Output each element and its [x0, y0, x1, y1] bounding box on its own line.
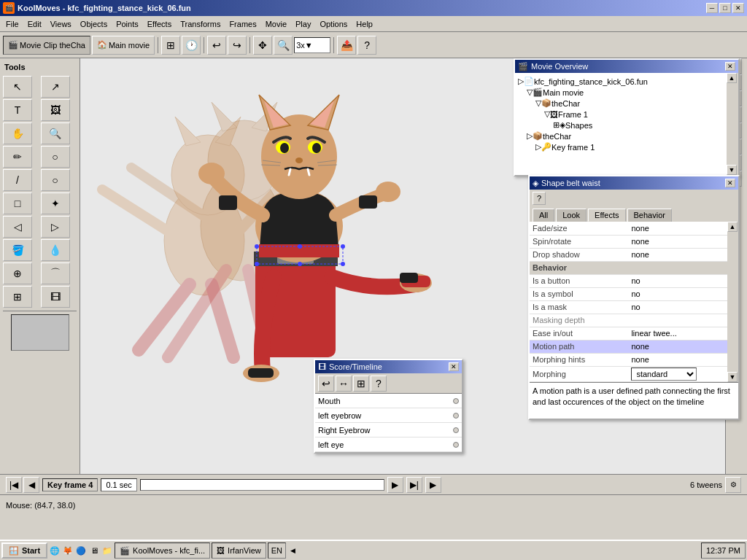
tree-item-mainmovie[interactable]: ▽ 🎬 Main movie: [518, 87, 724, 98]
scroll-down-arrow[interactable]: ▼: [727, 165, 737, 175]
shape-scroll-up[interactable]: ▲: [727, 222, 738, 232]
timeline-row-mouth[interactable]: Mouth: [315, 394, 462, 408]
zoom-combo[interactable]: 3x ▼: [294, 37, 330, 53]
hand-tool[interactable]: ✋: [3, 122, 32, 144]
fill-right-tool[interactable]: ▷: [41, 216, 70, 238]
maximize-button[interactable]: □: [719, 3, 731, 13]
menu-views[interactable]: Views: [46, 18, 76, 30]
taskbar-koolmoves[interactable]: 🎬 KoolMoves - kfc_fi...: [115, 542, 210, 559]
text-tool[interactable]: T: [3, 99, 32, 121]
window-title: KoolMoves - kfc_fighting_stance_kick_06.…: [18, 4, 191, 12]
morphing-select[interactable]: standard: [631, 368, 697, 381]
menu-effects[interactable]: Effects: [143, 18, 176, 30]
tree-expand-1: ▽: [527, 88, 533, 97]
select-tool[interactable]: ↖: [3, 76, 32, 98]
main-movie-btn[interactable]: 🏠 Main movie: [92, 36, 155, 55]
image-tool[interactable]: 🖼: [41, 99, 70, 121]
menu-movie[interactable]: Movie: [261, 18, 291, 30]
movie-clip-btn[interactable]: 🎬 Movie Clip theCha: [3, 36, 90, 55]
move-btn[interactable]: ✥: [253, 36, 272, 55]
taskbar-expand-btn[interactable]: ◀: [287, 545, 298, 556]
menu-points[interactable]: Points: [112, 18, 143, 30]
keyframe-label: Key frame 4: [42, 478, 98, 491]
movie-overview-close[interactable]: ✕: [725, 62, 735, 71]
timeline-mouth-label: Mouth: [318, 397, 453, 405]
nav-btns: |◀ ◀: [6, 477, 39, 493]
eyedrop-tool[interactable]: 💧: [41, 239, 70, 261]
export-btn[interactable]: 📤: [337, 36, 356, 55]
scroll-up-arrow[interactable]: ▲: [727, 73, 737, 83]
menu-objects[interactable]: Objects: [76, 18, 112, 30]
oval-tool[interactable]: ○: [41, 169, 70, 191]
minimize-button[interactable]: ─: [706, 3, 718, 13]
tree-item-root[interactable]: ▷ 📄 kfc_fighting_stance_kick_06.fun: [518, 76, 724, 87]
zoom-tool[interactable]: 🔍: [41, 122, 70, 144]
taskbar-irfanview[interactable]: 🖼 IrfanView: [212, 542, 266, 559]
taskbar-firefox-icon[interactable]: 🦊: [62, 545, 74, 556]
menu-transforms[interactable]: Transforms: [176, 18, 225, 30]
shape-panel-close[interactable]: ✕: [725, 179, 735, 187]
line-tool[interactable]: /: [3, 169, 32, 191]
timeline-btn-1[interactable]: ↩: [318, 376, 334, 392]
clock-btn[interactable]: 🕐: [182, 36, 201, 55]
pencil-tool[interactable]: ✏: [3, 146, 32, 168]
taskbar-ie-icon[interactable]: 🌐: [49, 545, 61, 556]
tab-effects[interactable]: Effects: [588, 209, 625, 222]
menu-file[interactable]: File: [1, 18, 23, 30]
zoom-in-btn[interactable]: 🔍: [274, 36, 293, 55]
timeline-row-left-eyebrow[interactable]: left eyebrow: [315, 408, 462, 423]
menu-edit[interactable]: Edit: [23, 18, 46, 30]
redo-btn[interactable]: ↪: [228, 36, 247, 55]
next-frame-btn[interactable]: ▶|: [406, 477, 422, 493]
tree-item-shapes[interactable]: ⊞ ◈ Shapes: [518, 120, 724, 131]
point-tool[interactable]: ⊕: [3, 262, 32, 284]
timeline-help-btn[interactable]: ?: [371, 376, 387, 392]
timeline-scrubber[interactable]: [140, 479, 384, 491]
close-window-button[interactable]: ✕: [732, 3, 744, 13]
timeline-btn-3[interactable]: ⊞: [353, 376, 369, 392]
frame-tool[interactable]: ⊞: [3, 286, 32, 308]
timeline-row-right-eyebrow[interactable]: Right Eyebrow: [315, 423, 462, 438]
prev-frame-btn[interactable]: |◀: [6, 477, 22, 493]
tab-behavior[interactable]: Behavior: [627, 209, 672, 222]
timeline-btn-2[interactable]: ↔: [336, 376, 352, 392]
paint-tool[interactable]: 🪣: [3, 239, 32, 261]
tweens-settings-btn[interactable]: ⚙: [725, 477, 741, 493]
curve-tool[interactable]: ⌒: [41, 262, 70, 284]
undo-btn[interactable]: ↩: [207, 36, 226, 55]
taskbar-app3-icon[interactable]: 🖥: [88, 545, 100, 556]
play-btn[interactable]: ▶: [425, 477, 441, 493]
fill-left-tool[interactable]: ◁: [3, 216, 32, 238]
timeline-row-left-eye[interactable]: left eye: [315, 438, 462, 452]
grid-btn[interactable]: ⊞: [161, 36, 180, 55]
scroll-next-btn[interactable]: ▶: [387, 477, 403, 493]
tree-item-frame1[interactable]: ▽ 🖼 Frame 1: [518, 109, 724, 120]
tab-all[interactable]: All: [533, 209, 554, 222]
movie-overview-titlebar[interactable]: 🎬 Movie Overview ✕: [515, 60, 738, 73]
taskbar-app4-icon[interactable]: 📁: [101, 545, 113, 556]
movie-tool[interactable]: 🎞: [41, 286, 70, 308]
shape-scroll-down[interactable]: ▼: [727, 372, 738, 382]
brush-tool[interactable]: ○: [41, 146, 70, 168]
shape-panel-help-btn[interactable]: ?: [533, 192, 546, 205]
menu-frames[interactable]: Frames: [225, 18, 260, 30]
prop-motionpath[interactable]: Motion path none: [530, 340, 727, 353]
shape-panel-titlebar[interactable]: ◈ Shape belt waist ✕: [530, 176, 738, 190]
tree-item-keyframe1[interactable]: ▷ 🔑 Key frame 1: [518, 141, 724, 152]
tree-item-thechar2[interactable]: ▷ 📦 theChar: [518, 131, 724, 141]
scroll-prev-btn[interactable]: ◀: [23, 477, 39, 493]
start-button[interactable]: 🪟 Start: [1, 542, 47, 559]
menu-help[interactable]: Help: [352, 18, 377, 30]
color-preview[interactable]: [11, 314, 69, 351]
transform-tool[interactable]: ↗: [41, 76, 70, 98]
rect-tool[interactable]: □: [3, 192, 32, 214]
star-tool[interactable]: ✦: [41, 192, 70, 214]
timeline-close[interactable]: ✕: [449, 362, 459, 371]
timeline-titlebar[interactable]: 🎞 Score/Timeline ✕: [315, 360, 462, 373]
menu-play[interactable]: Play: [291, 18, 315, 30]
tab-look[interactable]: Look: [556, 209, 587, 222]
help-btn[interactable]: ?: [357, 36, 376, 55]
tree-item-thechar1[interactable]: ▽ 📦 theChar: [518, 98, 724, 109]
taskbar-ie2-icon[interactable]: 🔵: [75, 545, 87, 556]
menu-options[interactable]: Options: [315, 18, 352, 30]
